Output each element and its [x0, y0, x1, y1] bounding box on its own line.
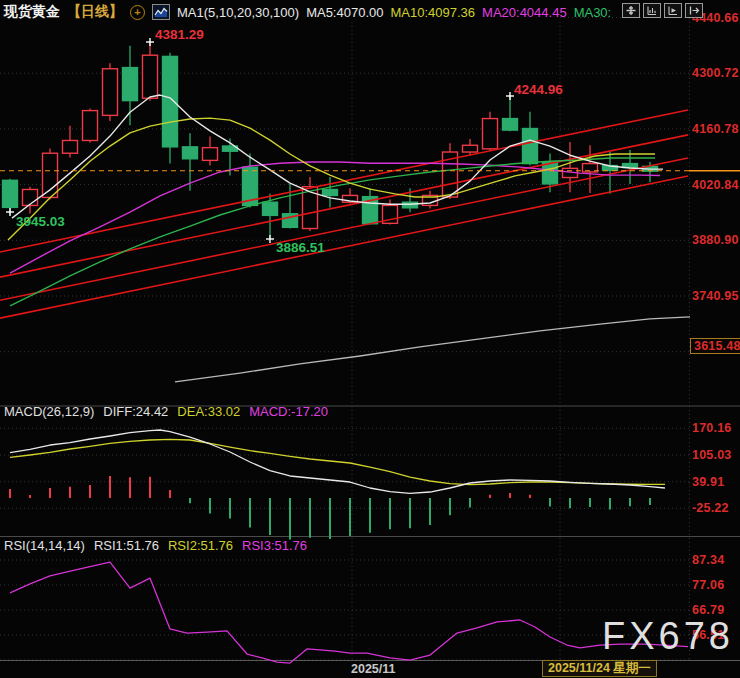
chart-header: 现货黄金 【日线】 + MA1(5,10,20,30,100) MA5:4070… [4, 3, 611, 21]
rsi1-value: RSI1:51.76 [94, 538, 159, 553]
pane-exit-icon[interactable] [685, 3, 703, 18]
watermark: FX678 [602, 615, 734, 658]
rsi-legend: RSI(14,14,14) RSI1:51.76 RSI2:51.76 RSI3… [4, 538, 307, 553]
candlestick-chart[interactable] [0, 0, 740, 678]
rsi-name: RSI(14,14,14) [4, 538, 85, 553]
x-axis-date-label: 2025/11/24 星期一 [542, 660, 657, 677]
pane-play-icon[interactable] [664, 3, 682, 18]
rsi2-value: RSI2:51.76 [168, 538, 233, 553]
add-indicator-icon[interactable]: + [130, 5, 145, 20]
macd-diff-value: DIFF:24.42 [103, 404, 168, 419]
move-icon[interactable] [622, 3, 640, 18]
window-toolbar [622, 3, 703, 18]
rsi3-value: RSI3:51.76 [242, 538, 307, 553]
ma-settings-label[interactable]: MA1(5,10,20,30,100) [177, 5, 299, 20]
macd-hist-value: MACD:-17.20 [249, 404, 328, 419]
chart-type-icon[interactable] [152, 4, 170, 20]
x-axis-month-label: 2025/11 [351, 662, 396, 676]
gold-chart-app: 现货黄金 【日线】 + MA1(5,10,20,30,100) MA5:4070… [0, 0, 740, 678]
pane-chart-icon[interactable] [643, 3, 661, 18]
symbol-name: 现货黄金 [4, 3, 60, 21]
ma5-value: MA5:4070.00 [306, 5, 383, 20]
ma20-value: MA20:4044.45 [482, 5, 567, 20]
ma10-value: MA10:4097.36 [390, 5, 475, 20]
ma30-value: MA30: [574, 5, 612, 20]
macd-name: MACD(26,12,9) [4, 404, 94, 419]
macd-dea-value: DEA:33.02 [177, 404, 240, 419]
period-selector[interactable]: 【日线】 [67, 3, 123, 21]
macd-legend: MACD(26,12,9) DIFF:24.42 DEA:33.02 MACD:… [4, 404, 328, 419]
